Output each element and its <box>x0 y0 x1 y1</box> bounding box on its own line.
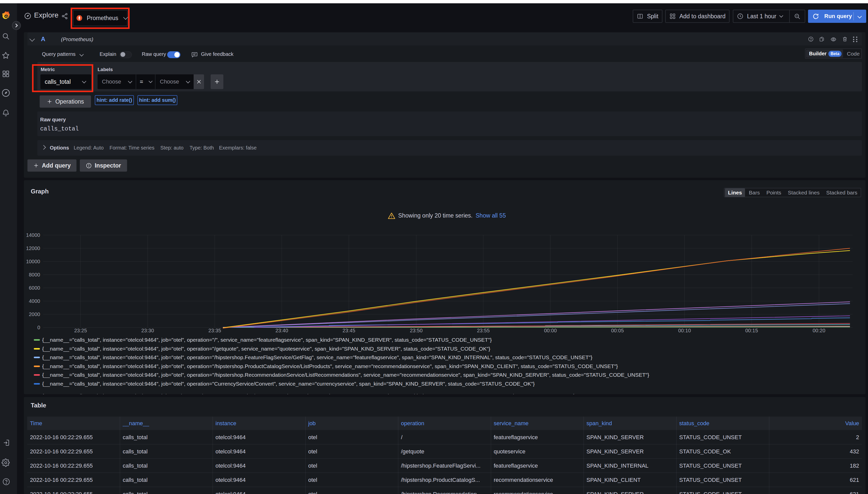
svg-text:00:00: 00:00 <box>544 328 557 333</box>
svg-text:00:05: 00:05 <box>611 328 624 333</box>
svg-text:6000: 6000 <box>29 285 40 291</box>
svg-text:23:50: 23:50 <box>410 328 422 333</box>
svg-text:23:40: 23:40 <box>275 328 288 333</box>
svg-text:23:55: 23:55 <box>477 328 490 333</box>
svg-text:14000: 14000 <box>26 232 40 238</box>
svg-text:23:45: 23:45 <box>343 328 355 333</box>
svg-text:23:25: 23:25 <box>74 328 87 333</box>
svg-text:00:10: 00:10 <box>678 328 691 333</box>
svg-text:12000: 12000 <box>26 246 40 251</box>
svg-text:0: 0 <box>37 325 40 330</box>
svg-text:23:35: 23:35 <box>209 328 221 333</box>
svg-text:10000: 10000 <box>26 259 40 264</box>
svg-text:00:15: 00:15 <box>745 328 758 333</box>
svg-text:00:20: 00:20 <box>813 328 825 333</box>
svg-text:8000: 8000 <box>29 272 40 278</box>
svg-text:2000: 2000 <box>29 311 40 317</box>
svg-text:4000: 4000 <box>29 298 40 304</box>
svg-text:23:30: 23:30 <box>141 328 154 333</box>
